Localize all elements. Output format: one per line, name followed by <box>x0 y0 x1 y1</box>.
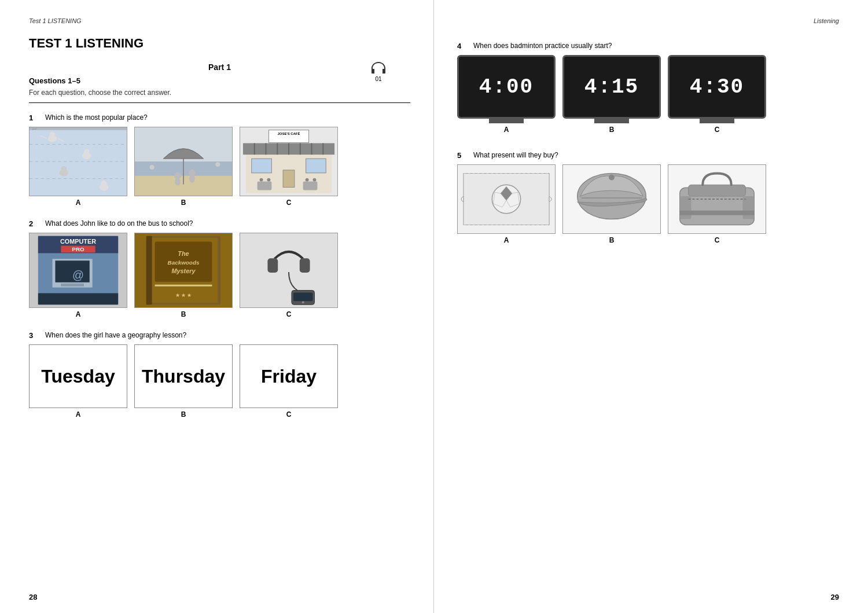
instructions: For each question, choose the correct an… <box>29 89 410 97</box>
q1-option-c[interactable]: JOSE'S CAFÉ <box>240 127 338 207</box>
q3-option-c[interactable]: Friday C <box>240 344 338 419</box>
svg-text:★ ★ ★: ★ ★ ★ <box>175 292 192 298</box>
q2-option-b[interactable]: The Backwoods Mystery ★ ★ ★ B <box>134 233 233 318</box>
page-title: TEST 1 LISTENING <box>29 36 410 51</box>
svg-rect-45 <box>303 182 318 190</box>
svg-point-7 <box>50 132 56 138</box>
svg-rect-84 <box>680 196 692 219</box>
q3-text: When does the girl have a geography less… <box>45 331 186 339</box>
svg-rect-41 <box>306 159 326 173</box>
q2-label-b: B <box>181 310 186 318</box>
q3-label-c: C <box>286 410 292 419</box>
svg-rect-0 <box>372 69 374 74</box>
q2-text: What does John like to do on the bus to … <box>45 219 193 227</box>
q3-label-a: A <box>76 410 81 419</box>
svg-text:Backwoods: Backwoods <box>168 259 200 266</box>
svg-point-26 <box>150 165 155 170</box>
q5-label-a: A <box>504 236 509 244</box>
right-header: Listening <box>814 17 839 24</box>
q1-text: Which is the most popular place? <box>45 113 148 122</box>
day-tuesday: Tuesday <box>41 366 115 387</box>
q2-number: 2 <box>29 219 39 228</box>
q1-label-b: B <box>181 199 186 207</box>
audio-icon: 01 <box>370 61 387 82</box>
svg-point-80 <box>609 175 615 181</box>
svg-text:Mystery: Mystery <box>171 267 196 274</box>
questions-label: Questions 1–5 <box>29 76 410 85</box>
track-number: 01 <box>370 76 387 82</box>
svg-point-43 <box>260 178 263 182</box>
svg-point-15 <box>101 181 107 186</box>
svg-rect-60 <box>146 236 152 305</box>
day-thursday: Thursday <box>142 366 225 387</box>
svg-point-27 <box>215 162 220 167</box>
question-5: 5 What present will they buy? <box>457 151 839 244</box>
question-3: 3 When does the girl have a geography le… <box>29 331 410 419</box>
svg-point-71 <box>302 301 304 303</box>
svg-point-44 <box>267 178 270 182</box>
time-400: 4:00 <box>479 75 534 99</box>
q1-label-c: C <box>286 199 292 207</box>
page-number-left: 28 <box>29 593 37 601</box>
svg-rect-42 <box>258 182 272 190</box>
svg-point-11 <box>84 149 90 155</box>
svg-rect-55 <box>61 284 84 287</box>
svg-rect-70 <box>293 293 313 302</box>
svg-text:JOSE'S CAFÉ: JOSE'S CAFÉ <box>278 131 300 135</box>
svg-text:PRO: PRO <box>72 246 84 252</box>
q2-option-a[interactable]: COMPUTER PRO @ A <box>29 233 127 318</box>
question-4: 4 When does badminton practice usually s… <box>457 42 839 134</box>
page-number-right: 29 <box>831 593 839 601</box>
svg-text:pool: pool <box>32 127 37 130</box>
q4-label-c: C <box>715 126 720 134</box>
svg-text:COMPUTER: COMPUTER <box>60 238 96 245</box>
day-friday: Friday <box>261 366 317 387</box>
svg-point-13 <box>61 166 67 172</box>
part-label: Part 1 <box>29 63 410 72</box>
svg-rect-85 <box>742 196 754 219</box>
svg-point-25 <box>189 175 195 183</box>
q4-option-c[interactable]: 4:30 C <box>668 55 766 134</box>
q5-option-a[interactable]: A <box>457 164 556 244</box>
svg-rect-40 <box>252 159 272 173</box>
q5-option-c[interactable]: C <box>668 164 766 244</box>
svg-point-23 <box>175 178 181 186</box>
svg-rect-87 <box>680 211 754 215</box>
q2-option-c[interactable]: C <box>240 233 338 318</box>
svg-point-46 <box>306 178 309 182</box>
question-2: 2 What does John like to do on the bus t… <box>29 219 410 318</box>
svg-rect-16 <box>30 127 127 130</box>
svg-rect-83 <box>689 185 746 196</box>
q5-label-c: C <box>715 236 720 244</box>
left-header: Test 1 LISTENING <box>29 17 410 24</box>
q4-label-b: B <box>609 126 615 134</box>
q4-number: 4 <box>457 42 468 50</box>
svg-rect-65 <box>155 285 212 287</box>
q4-option-a[interactable]: 4:00 A <box>457 55 556 134</box>
q1-option-b[interactable]: B <box>134 127 233 207</box>
q2-label-c: C <box>286 310 292 318</box>
q3-label-b: B <box>181 410 186 419</box>
q1-label-a: A <box>76 199 81 207</box>
q3-option-a[interactable]: Tuesday A <box>29 344 127 419</box>
q5-option-b[interactable]: B <box>562 164 661 244</box>
q4-option-b[interactable]: 4:15 B <box>562 55 661 134</box>
q4-label-a: A <box>504 126 509 134</box>
svg-rect-67 <box>267 258 278 273</box>
time-430: 4:30 <box>690 75 744 99</box>
svg-rect-1 <box>382 69 385 74</box>
svg-text:@: @ <box>72 269 84 281</box>
svg-point-47 <box>313 178 317 182</box>
q3-option-b[interactable]: Thursday B <box>134 344 233 419</box>
q4-text: When does badminton practice usually sta… <box>473 42 612 50</box>
q5-number: 5 <box>457 151 468 160</box>
q1-number: 1 <box>29 113 39 122</box>
q1-option-a[interactable]: pool A <box>29 127 127 207</box>
svg-text:The: The <box>178 250 189 257</box>
svg-rect-39 <box>283 170 295 188</box>
time-415: 4:15 <box>584 75 639 99</box>
svg-rect-68 <box>300 258 310 273</box>
question-1: 1 Which is the most popular place? <box>29 113 410 207</box>
q5-label-b: B <box>609 236 615 244</box>
q3-number: 3 <box>29 331 39 340</box>
